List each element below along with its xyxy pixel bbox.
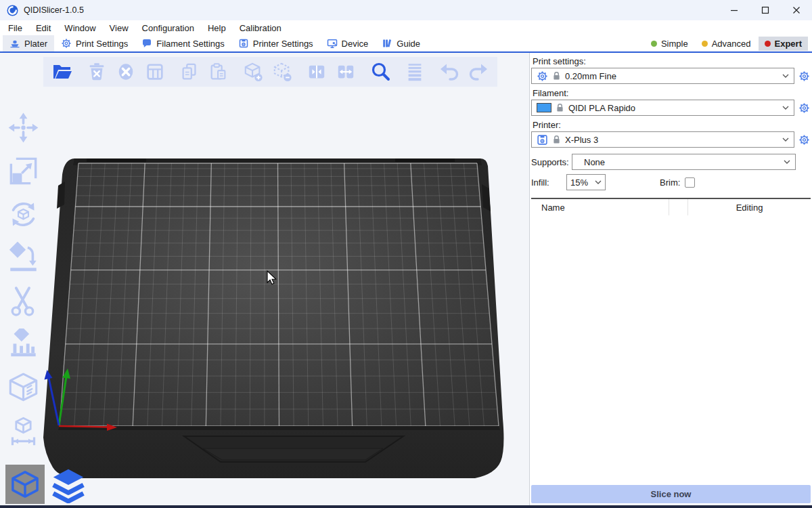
tab-plater[interactable]: Plater <box>3 35 54 51</box>
menu-help[interactable]: Help <box>201 22 233 35</box>
object-list: Name Editing <box>531 198 811 482</box>
redo-button[interactable] <box>466 60 491 84</box>
add-instance-button[interactable] <box>241 60 265 84</box>
seam-painting-button[interactable] <box>6 372 40 404</box>
paste-button[interactable] <box>206 60 231 84</box>
tab-bar: Plater Print Settings Filament Settings … <box>0 35 812 53</box>
filament-value: QIDI PLA Rapido <box>568 103 777 113</box>
menu-bar: File Edit Window View Configuration Help… <box>0 20 812 35</box>
brim-checkbox[interactable] <box>685 177 695 188</box>
object-list-body[interactable] <box>531 215 811 482</box>
cube-icon <box>8 467 42 501</box>
minimize-button[interactable] <box>719 0 750 20</box>
chevron-down-icon <box>782 137 789 142</box>
expert-dot-icon <box>765 41 771 47</box>
object-list-col-extruder <box>669 199 688 215</box>
title-bar: QIDISlicer-1.0.5 <box>0 0 812 20</box>
variable-layer-height-button[interactable] <box>403 60 427 84</box>
printer-gear-button[interactable] <box>798 133 811 146</box>
copy-button[interactable] <box>177 60 202 84</box>
filament-combo[interactable]: QIDI PLA Rapido <box>531 100 794 116</box>
tab-label: Print Settings <box>76 39 128 49</box>
menu-calibration[interactable]: Calibration <box>233 22 288 35</box>
filament-color-swatch <box>537 103 551 112</box>
print-settings-combo[interactable]: 0.20mm Fine <box>531 68 794 84</box>
search-button[interactable] <box>368 60 392 84</box>
menu-file[interactable]: File <box>1 22 29 35</box>
mode-simple[interactable]: Simple <box>645 37 694 51</box>
split-to-parts-button[interactable] <box>334 60 358 84</box>
filament-label: Filament: <box>533 88 811 98</box>
print-settings-gear-button[interactable] <box>798 70 811 83</box>
menu-view[interactable]: View <box>103 22 135 35</box>
menu-configuration[interactable]: Configuration <box>135 22 201 35</box>
chevron-down-icon <box>782 106 789 110</box>
move-button[interactable] <box>6 112 40 144</box>
scale-button[interactable] <box>6 155 40 187</box>
undo-button[interactable] <box>437 60 461 84</box>
cut-button[interactable] <box>6 285 40 317</box>
delete-button[interactable] <box>85 60 109 84</box>
slice-now-button[interactable]: Slice now <box>531 485 811 503</box>
object-list-col-name: Name <box>531 203 669 213</box>
supports-combo[interactable]: None <box>572 154 796 170</box>
3d-viewport[interactable] <box>0 53 530 505</box>
printer-icon <box>238 38 249 49</box>
supports-label: Supports: <box>531 157 572 167</box>
close-button[interactable] <box>781 0 812 20</box>
3d-editor-view-button[interactable] <box>5 465 45 504</box>
print-settings-value: 0.20mm Fine <box>565 71 777 81</box>
lock-icon <box>553 135 560 144</box>
advanced-dot-icon <box>702 41 708 47</box>
preview-view-button[interactable] <box>49 465 88 504</box>
mode-label: Advanced <box>712 39 751 49</box>
printer-combo[interactable]: X-Plus 3 <box>531 131 794 148</box>
place-on-face-button[interactable] <box>6 242 40 274</box>
tab-filament-settings[interactable]: Filament Settings <box>135 35 231 51</box>
filament-icon <box>141 38 152 49</box>
mode-label: Simple <box>661 39 688 49</box>
split-to-objects-button[interactable] <box>304 60 329 84</box>
filament-gear-button[interactable] <box>798 102 811 114</box>
mode-expert[interactable]: Expert <box>759 37 808 51</box>
delete-all-button[interactable] <box>114 60 138 84</box>
layers-icon <box>49 465 87 503</box>
plater-toolbar <box>43 57 497 87</box>
menu-edit[interactable]: Edit <box>29 22 58 35</box>
sidebar: Print settings: 0.20mm Fine Filament: QI… <box>530 53 812 505</box>
app-logo-icon <box>7 5 18 16</box>
app-window: QIDISlicer-1.0.5 File Edit Window View C… <box>0 0 812 508</box>
tab-guide[interactable]: Guide <box>375 35 427 51</box>
tab-printer-settings[interactable]: Printer Settings <box>231 35 320 51</box>
chevron-down-icon <box>782 74 789 78</box>
lock-icon <box>553 71 560 81</box>
tab-label: Filament Settings <box>156 39 224 49</box>
paint-on-supports-button[interactable] <box>6 329 40 360</box>
remove-instance-button[interactable] <box>270 60 294 84</box>
view-toggles <box>5 465 88 504</box>
maximize-button[interactable] <box>750 0 781 20</box>
object-list-col-editing: Editing <box>688 203 811 213</box>
menu-window[interactable]: Window <box>58 22 102 35</box>
gizmo-toolbar <box>3 112 43 447</box>
gear-icon <box>798 134 810 146</box>
infill-label: Infill: <box>531 177 566 188</box>
mode-switcher: Simple Advanced Expert <box>645 35 808 51</box>
mode-advanced[interactable]: Advanced <box>696 37 757 51</box>
lock-icon <box>556 103 564 112</box>
supports-value: None <box>577 157 779 167</box>
rotate-button[interactable] <box>6 198 40 230</box>
print-settings-label: Print settings: <box>533 56 811 66</box>
infill-combo[interactable]: 15% <box>566 174 606 190</box>
measure-button[interactable] <box>6 415 40 447</box>
object-list-header: Name Editing <box>531 199 811 215</box>
guide-icon <box>382 38 392 49</box>
printer-label: Printer: <box>533 120 811 130</box>
arrange-button[interactable] <box>143 60 167 84</box>
tab-device[interactable]: Device <box>320 35 376 51</box>
infill-value: 15% <box>570 177 590 188</box>
open-file-button[interactable] <box>50 60 74 84</box>
device-icon <box>327 38 338 49</box>
tab-print-settings[interactable]: Print Settings <box>54 35 135 51</box>
print-bed <box>0 53 530 505</box>
